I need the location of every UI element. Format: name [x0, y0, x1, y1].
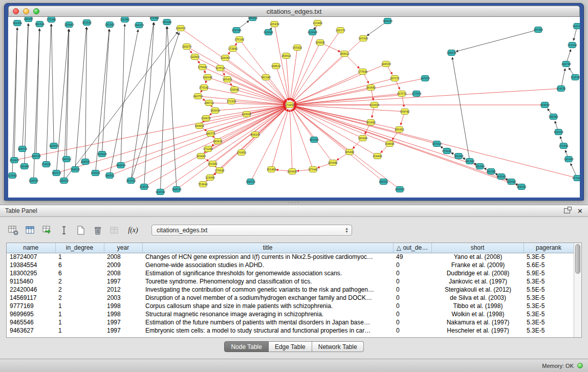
table-cell[interactable]: 0: [393, 277, 431, 286]
network-node[interactable]: 252603: [9, 158, 19, 163]
network-node[interactable]: 226003: [176, 26, 186, 31]
table-cell[interactable]: 0: [393, 294, 431, 302]
network-node[interactable]: 169342: [549, 114, 558, 120]
table-cell[interactable]: 5.3E-5: [524, 253, 574, 261]
table-cell[interactable]: Estimation of significance thresholds fo…: [142, 269, 393, 277]
tab-node-table[interactable]: Node Table: [224, 341, 269, 352]
table-cell[interactable]: 1: [55, 326, 104, 335]
network-node[interactable]: 120443: [64, 22, 74, 28]
table-cell[interactable]: 2003: [104, 294, 142, 302]
table-vertical-scrollbar[interactable]: [574, 243, 581, 337]
table-cell[interactable]: 9115460: [7, 277, 55, 286]
network-node[interactable]: 185493: [358, 136, 367, 141]
network-node[interactable]: 183003: [210, 108, 220, 114]
table-cell[interactable]: 2: [55, 286, 104, 294]
network-node[interactable]: 161542: [82, 20, 92, 26]
column-header-2[interactable]: year: [104, 243, 142, 253]
network-node[interactable]: 113093: [205, 175, 215, 181]
table-cell[interactable]: Jankovic et al. (1997): [431, 277, 524, 286]
table-cell[interactable]: 2008: [104, 269, 142, 277]
network-node[interactable]: 181544: [35, 21, 45, 27]
network-node[interactable]: 171342: [47, 17, 56, 23]
network-node[interactable]: 184503: [17, 146, 27, 152]
table-cell[interactable]: 2: [55, 294, 104, 302]
table-cell[interactable]: 19384554: [7, 261, 55, 269]
network-node[interactable]: 161342: [465, 159, 474, 164]
network-node[interactable]: 174502: [41, 162, 51, 167]
close-panel-icon[interactable]: ✕: [577, 208, 583, 214]
network-node[interactable]: 204503: [395, 187, 405, 192]
network-node[interactable]: 183002: [242, 112, 251, 117]
table-cell[interactable]: 5.3E-5: [524, 318, 574, 326]
network-node[interactable]: 194502: [105, 173, 115, 179]
network-node[interactable]: 166773: [206, 131, 215, 137]
network-node[interactable]: 187572: [390, 76, 400, 81]
table-cell[interactable]: 5.3E-5: [524, 310, 574, 318]
table-cell[interactable]: Franke et al. (2009): [431, 261, 524, 269]
table-cell[interactable]: 1997: [104, 277, 142, 286]
network-node[interactable]: 753642: [198, 182, 208, 187]
network-node[interactable]: 230672: [201, 116, 211, 121]
network-node[interactable]: 275182: [235, 37, 245, 42]
network-node[interactable]: 174503: [139, 184, 149, 190]
network-node[interactable]: 193142: [573, 24, 580, 29]
network-node[interactable]: 177643: [358, 69, 367, 75]
import-table-icon[interactable]: [40, 224, 54, 237]
network-node[interactable]: 124503: [29, 178, 38, 184]
table-cell[interactable]: Yano et al. (2008): [431, 253, 524, 261]
network-node[interactable]: 154532: [556, 86, 566, 92]
network-node[interactable]: 181343: [105, 22, 115, 28]
table-cell[interactable]: 0: [393, 286, 431, 294]
table-cell[interactable]: Wolkin et al. (1998): [431, 310, 524, 318]
network-node[interactable]: 197343: [533, 27, 543, 33]
network-canvas[interactable]: 1724031958321606121776431816421216031616…: [8, 17, 580, 198]
table-cell[interactable]: Changes of HCN gene expression and I(f) …: [142, 253, 393, 261]
table-cell[interactable]: 22420046: [7, 286, 55, 294]
table-cell[interactable]: Investigating the contribution of common…: [142, 286, 393, 294]
table-cell[interactable]: 0: [393, 326, 431, 335]
network-node[interactable]: 121043: [564, 157, 574, 162]
network-node[interactable]: 201542: [126, 178, 136, 184]
table-cell[interactable]: Dudbridge et al. (2008): [431, 269, 524, 277]
network-node[interactable]: 132043: [230, 87, 239, 93]
network-node[interactable]: 184503: [172, 187, 182, 192]
network-node[interactable]: 102143: [554, 129, 563, 135]
network-node[interactable]: 185472: [223, 77, 232, 82]
table-cell[interactable]: 5.6E-5: [524, 261, 574, 269]
network-node[interactable]: 182542: [507, 179, 516, 185]
network-node[interactable]: 167572: [397, 91, 407, 97]
network-node[interactable]: 197343: [358, 36, 368, 41]
table-cell[interactable]: 6: [55, 269, 104, 277]
table-cell[interactable]: 1: [55, 253, 104, 261]
table-cell[interactable]: 0: [393, 269, 431, 277]
table-cell[interactable]: 6: [55, 261, 104, 269]
table-cell[interactable]: 1: [55, 318, 104, 326]
network-node[interactable]: 101342: [120, 17, 130, 23]
network-node[interactable]: 181304: [12, 20, 22, 26]
network-node[interactable]: 181642: [366, 85, 376, 91]
table-cell[interactable]: 49: [393, 253, 431, 261]
network-node[interactable]: 166404: [248, 17, 257, 21]
table-cell[interactable]: 5.5E-5: [524, 286, 574, 294]
memory-ok-icon[interactable]: [577, 363, 583, 368]
function-builder-button[interactable]: f(x): [124, 224, 142, 237]
network-node[interactable]: 160543: [496, 174, 506, 180]
column-header-3[interactable]: title: [142, 243, 393, 253]
network-node[interactable]: 191342: [486, 169, 496, 174]
network-node[interactable]: 198612: [271, 63, 281, 69]
minimize-window-button[interactable]: [23, 8, 29, 14]
network-node[interactable]: 190337: [24, 17, 33, 22]
table-cell[interactable]: 9777169: [7, 302, 55, 310]
network-node[interactable]: 182502: [59, 178, 69, 184]
network-node[interactable]: 224063: [221, 55, 230, 61]
network-node[interactable]: 151342: [568, 42, 577, 48]
network-node[interactable]: 173342: [559, 143, 569, 149]
network-node[interactable]: 181343: [475, 164, 485, 169]
network-node[interactable]: 145403: [97, 151, 107, 157]
table-mode-icon[interactable]: [6, 224, 20, 237]
network-node[interactable]: 677442: [573, 176, 580, 181]
network-node[interactable]: 109742: [400, 109, 410, 115]
table-row[interactable]: 969969511998Structural magnetic resonanc…: [7, 310, 574, 318]
rename-column-icon[interactable]: [57, 224, 71, 237]
network-node[interactable]: 194479: [447, 50, 456, 56]
